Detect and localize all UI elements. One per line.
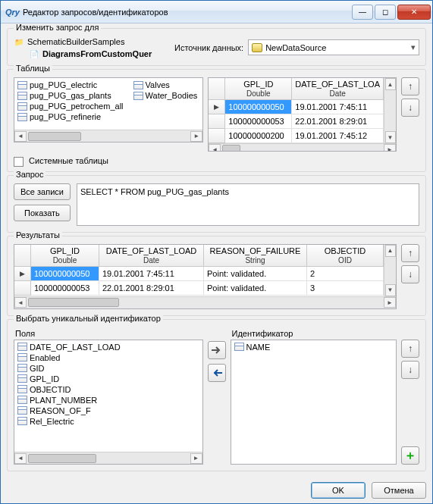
identifier-group: Выбрать уникальный идентификатор Поля DA… [7,319,426,471]
tree-child[interactable]: 📄 DiagramsFromCustomQuer [14,49,165,59]
field-icon [17,374,27,383]
scrollbar-vertical[interactable]: ▲▼ [384,78,396,143]
datasource-label: Источник данных: [174,43,243,52]
move-up-button[interactable]: ↑ [401,77,419,95]
table-icon [17,92,27,100]
table-row[interactable]: ▶ 100000000050 19.01.2001 7:45:11 Point:… [14,267,384,281]
list-item[interactable]: Valves [132,80,202,90]
list-item[interactable]: pug_PUG_refinerie [16,111,127,122]
identifier-legend: Выбрать уникальный идентификатор [14,314,163,323]
database-icon [252,43,262,52]
field-icon [17,406,27,415]
dialog-footer: OK Отмена [1,477,432,503]
system-tables-checkbox[interactable] [14,157,24,167]
system-tables-label: Системные таблицы [29,156,108,165]
row-indicator-icon: ▶ [14,267,31,281]
list-item[interactable]: Enabled [16,352,201,363]
tree-root-label: SchematicBuilderSamples [27,37,124,46]
table-row[interactable]: ▶ 100000000050 19.01.2001 7:45:11 [209,100,384,114]
all-records-button[interactable]: Все записи [14,183,71,200]
sql-textarea[interactable]: SELECT * FROM pug_PUG_gas_plants [77,183,419,226]
list-item[interactable]: NAME [233,342,395,352]
move-down-button[interactable]: ↓ [401,99,419,117]
scrollbar-horizontal[interactable]: ◄► [14,130,202,142]
table-icon [133,81,143,89]
fields-list[interactable]: DATE_OF_LAST_LOAD Enabled GID GPL_ID OBJ… [14,340,203,465]
list-item[interactable]: pug_PUG_petrochem_all [16,101,127,111]
move-up-button[interactable]: ↑ [401,340,419,358]
tree-root[interactable]: 📁 SchematicBuilderSamples [14,36,165,47]
remove-field-button[interactable] [208,364,226,382]
list-item[interactable]: REASON_OF_F [16,405,201,416]
move-up-button[interactable]: ↑ [401,244,419,262]
scrollbar-horizontal[interactable]: ◄► [209,143,396,152]
chevron-down-icon: ▾ [411,42,416,52]
scrollbar-horizontal[interactable]: ◄► [14,452,202,464]
list-item[interactable]: pug_PUG_gas_plants [16,90,127,101]
list-item[interactable]: OBJECTID [16,384,201,395]
window-controls: — ◻ ✕ [352,5,431,20]
window-title: Редактор запросов/идентификаторов [23,8,352,17]
tables-group: Таблицы pug_PUG_electric pug_PUG_gas_pla… [7,69,426,172]
cancel-button[interactable]: Отмена [372,482,426,499]
field-icon [17,396,27,404]
list-item[interactable]: Rel_Electric [16,416,201,427]
move-down-button[interactable]: ↓ [401,265,419,283]
tables-legend: Таблицы [14,64,52,73]
list-item[interactable]: PLANT_NUMBER [16,395,201,405]
add-field-button[interactable] [208,341,226,359]
move-down-button[interactable]: ↓ [401,361,419,379]
field-icon [17,364,27,372]
content-area: Изменить запрос для 📁 SchematicBuilderSa… [1,23,432,477]
field-icon [234,343,244,351]
tables-list[interactable]: pug_PUG_electric pug_PUG_gas_plants pug_… [14,77,203,142]
table-row[interactable]: 100000000053 22.01.2001 8:29:01 [209,114,384,129]
tree-child-label: DiagramsFromCustomQuer [42,49,152,58]
maximize-button[interactable]: ◻ [375,5,396,20]
field-icon [17,385,27,393]
dialog-window: Qry Редактор запросов/идентификаторов — … [0,0,433,504]
change-for-group: Изменить запрос для 📁 SchematicBuilderSa… [7,28,426,66]
identifier-list[interactable]: NAME [231,340,397,465]
list-item[interactable]: GID [16,363,201,374]
tables-preview-grid[interactable]: GPL_IDDouble DATE_OF_LAST_LOADate ▶ 1000… [208,77,397,152]
fields-label: Поля [15,329,203,338]
list-item[interactable]: GPL_ID [16,374,201,384]
list-item[interactable]: DATE_OF_LAST_LOAD [16,342,201,352]
ok-button[interactable]: OK [311,482,366,499]
results-group: Результаты GPL_IDDouble DATE_OF_LAST_LOA… [7,236,426,316]
query-legend: Запрос [14,170,45,179]
table-icon [17,113,27,121]
titlebar: Qry Редактор запросов/идентификаторов — … [1,1,432,23]
close-button[interactable]: ✕ [397,5,431,20]
list-item[interactable]: pug_PUG_electric [16,80,127,90]
datasource-value: NewDataSource [265,43,326,52]
diagram-icon: 📄 [29,49,39,59]
table-icon [17,81,27,89]
row-indicator-icon: ▶ [209,100,225,114]
table-icon [17,102,27,111]
app-icon: Qry [5,8,20,17]
minimize-button[interactable]: — [352,5,373,20]
scrollbar-vertical[interactable]: ▲▼ [384,245,396,296]
table-icon [133,92,143,100]
show-button[interactable]: Показать [14,205,71,221]
results-legend: Результаты [14,230,62,239]
table-row[interactable]: 100000000053 22.01.2001 8:29:01 Point: v… [14,281,384,296]
datasource-combo[interactable]: NewDataSource ▾ [248,39,419,55]
add-button[interactable]: ＋ [401,446,419,465]
change-for-legend: Изменить запрос для [14,23,101,32]
field-icon [17,343,27,351]
list-item[interactable]: Water_Bodies [132,90,202,101]
results-grid[interactable]: GPL_IDDouble DATE_OF_LAST_LOADDate REASO… [14,244,397,309]
field-icon [17,417,27,425]
query-group: Запрос Все записи Показать SELECT * FROM… [7,175,426,233]
field-icon [17,353,27,362]
identifier-label: Идентификатор [232,329,420,338]
folder-icon: 📁 [14,36,24,47]
table-row[interactable]: 100000000200 19.01.2001 7:45:12 [209,129,384,143]
scrollbar-horizontal[interactable]: ◄► [14,296,396,308]
